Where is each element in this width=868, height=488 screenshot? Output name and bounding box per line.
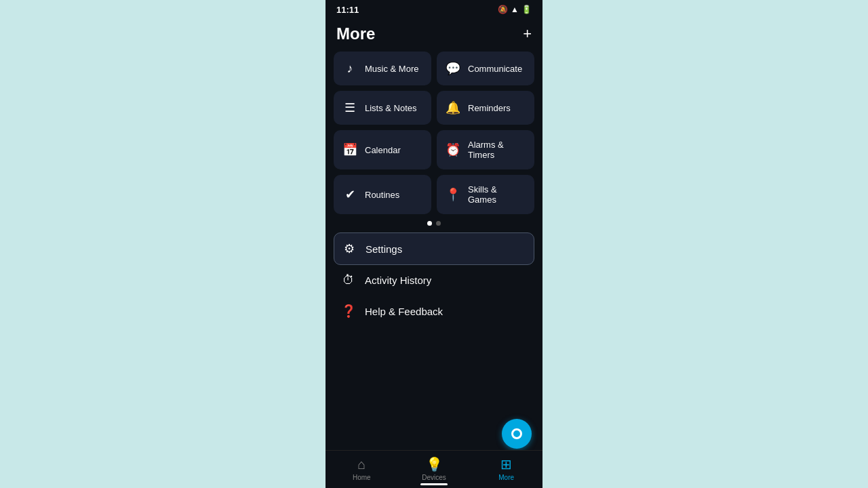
- help-icon: ❓: [340, 304, 357, 319]
- more-icon: ⊞: [500, 456, 512, 472]
- communicate-icon: 💬: [445, 61, 461, 76]
- lists-icon: ☰: [342, 100, 358, 115]
- alexa-fab-icon: [511, 428, 522, 439]
- pagination: [326, 221, 542, 226]
- header: More +: [326, 19, 542, 52]
- grid-label-alarms-timers: Alarms & Timers: [468, 140, 526, 160]
- nav-item-devices[interactable]: 💡 Devices: [398, 456, 471, 483]
- grid-item-calendar[interactable]: 📅 Calendar: [334, 130, 431, 169]
- settings-icon: ⚙: [341, 241, 357, 256]
- home-label: Home: [353, 474, 371, 481]
- routines-icon: ✔: [342, 187, 358, 202]
- grid-label-routines: Routines: [365, 190, 399, 200]
- grid-section: ♪ Music & More 💬 Communicate ☰ Lists & N…: [326, 52, 542, 214]
- bottom-nav: ⌂ Home 💡 Devices ⊞ More: [326, 450, 542, 488]
- add-button[interactable]: +: [523, 26, 532, 41]
- grid-label-communicate: Communicate: [468, 64, 522, 74]
- grid-label-reminders: Reminders: [468, 103, 511, 113]
- grid-item-alarms-timers[interactable]: ⏰ Alarms & Timers: [437, 130, 534, 169]
- home-icon: ⌂: [357, 457, 366, 472]
- status-time: 11:11: [336, 5, 359, 15]
- music-icon: ♪: [342, 62, 358, 76]
- mute-icon: 🔕: [498, 5, 508, 14]
- devices-label: Devices: [422, 474, 446, 481]
- dot-2: [436, 221, 441, 226]
- page-title: More: [336, 24, 375, 43]
- alarms-icon: ⏰: [445, 142, 461, 157]
- list-item-settings[interactable]: ⚙ Settings: [334, 232, 534, 265]
- calendar-icon: 📅: [342, 142, 358, 157]
- grid-item-lists-notes[interactable]: ☰ Lists & Notes: [334, 91, 431, 125]
- skills-icon: 📍: [445, 187, 461, 202]
- activity-history-label: Activity History: [365, 274, 431, 286]
- list-section: ⚙ Settings ⏱ Activity History ❓ Help & F…: [326, 230, 542, 329]
- alexa-fab[interactable]: [502, 419, 532, 449]
- status-icons: 🔕 ▲ 🔋: [498, 5, 532, 14]
- dot-1: [427, 221, 432, 226]
- battery-icon: 🔋: [521, 5, 532, 14]
- grid-item-music-more[interactable]: ♪ Music & More: [334, 52, 431, 85]
- grid-label-skills-games: Skills & Games: [468, 184, 526, 205]
- grid-label-calendar: Calendar: [365, 145, 401, 155]
- nav-item-home[interactable]: ⌂ Home: [326, 457, 398, 483]
- grid-item-reminders[interactable]: 🔔 Reminders: [437, 91, 534, 125]
- grid-item-skills-games[interactable]: 📍 Skills & Games: [437, 175, 534, 214]
- list-item-activity-history[interactable]: ⏱ Activity History: [334, 265, 534, 296]
- nav-item-more[interactable]: ⊞ More: [470, 456, 542, 483]
- devices-icon: 💡: [426, 456, 443, 472]
- more-label: More: [498, 474, 514, 481]
- grid-item-communicate[interactable]: 💬 Communicate: [437, 52, 534, 85]
- activity-icon: ⏱: [340, 273, 357, 287]
- settings-label: Settings: [366, 243, 402, 255]
- grid-item-routines[interactable]: ✔ Routines: [334, 175, 431, 214]
- reminders-icon: 🔔: [445, 100, 461, 115]
- signal-icon: ▲: [511, 5, 519, 14]
- status-bar: 11:11 🔕 ▲ 🔋: [326, 0, 542, 19]
- phone-container: 11:11 🔕 ▲ 🔋 More + ♪ Music & More 💬 Comm…: [326, 0, 542, 488]
- list-item-help-feedback[interactable]: ❓ Help & Feedback: [334, 296, 534, 327]
- grid-label-lists-notes: Lists & Notes: [365, 103, 417, 113]
- help-feedback-label: Help & Feedback: [365, 306, 443, 317]
- nav-indicator: [420, 483, 448, 485]
- grid-label-music-more: Music & More: [365, 64, 418, 74]
